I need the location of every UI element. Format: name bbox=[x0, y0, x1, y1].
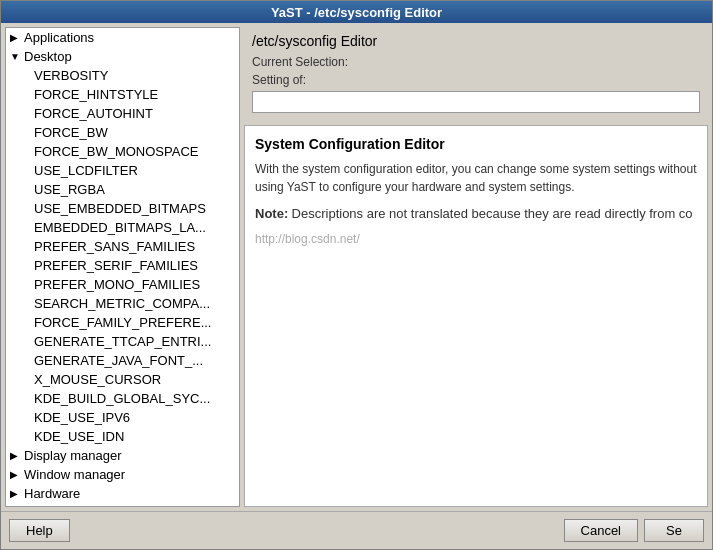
tree-label: FORCE_BW bbox=[34, 125, 108, 140]
tree-item-prefer-mono[interactable]: PREFER_MONO_FAMILIES bbox=[6, 275, 239, 294]
tree-label: Display manager bbox=[24, 448, 122, 463]
tree-item-desktop[interactable]: ▼ Desktop bbox=[6, 47, 239, 66]
tree-label: PREFER_MONO_FAMILIES bbox=[34, 277, 200, 292]
tree-item-force-family[interactable]: FORCE_FAMILY_PREFERE... bbox=[6, 313, 239, 332]
arrow-icon: ▶ bbox=[10, 450, 20, 461]
tree-item-hardware[interactable]: ▶ Hardware bbox=[6, 484, 239, 503]
info-box-note: Note: Descriptions are not translated be… bbox=[255, 204, 697, 224]
tree-label: USE_LCDFILTER bbox=[34, 163, 138, 178]
tree-label: SEARCH_METRIC_COMPA... bbox=[34, 296, 210, 311]
cancel-button[interactable]: Cancel bbox=[564, 519, 638, 542]
right-panel: /etc/sysconfig Editor Current Selection:… bbox=[244, 27, 708, 507]
setting-of-label: Setting of: bbox=[252, 73, 700, 87]
tree-item-embedded-bitmaps-la[interactable]: EMBEDDED_BITMAPS_LA... bbox=[6, 218, 239, 237]
tree-label: FORCE_BW_MONOSPACE bbox=[34, 144, 198, 159]
tree-item-force-bw-monospace[interactable]: FORCE_BW_MONOSPACE bbox=[6, 142, 239, 161]
tree-label: PREFER_SERIF_FAMILIES bbox=[34, 258, 198, 273]
tree-item-kde-use-ipv6[interactable]: KDE_USE_IPV6 bbox=[6, 408, 239, 427]
help-button[interactable]: Help bbox=[9, 519, 70, 542]
tree-item-applications[interactable]: ▶ Applications bbox=[6, 28, 239, 47]
tree-label: KDE_BUILD_GLOBAL_SYC... bbox=[34, 391, 210, 406]
current-selection-label: Current Selection: bbox=[252, 55, 700, 69]
tree-label: USE_EMBEDDED_BITMAPS bbox=[34, 201, 206, 216]
tree-area[interactable]: ▶ Applications ▼ Desktop VERBOSITY FORCE… bbox=[6, 28, 239, 506]
arrow-icon: ▶ bbox=[10, 32, 20, 43]
tree-item-prefer-sans[interactable]: PREFER_SANS_FAMILIES bbox=[6, 237, 239, 256]
tree-item-prefer-serif[interactable]: PREFER_SERIF_FAMILIES bbox=[6, 256, 239, 275]
tree-label: GENERATE_TTCAP_ENTRI... bbox=[34, 334, 211, 349]
tree-label: Window manager bbox=[24, 467, 125, 482]
info-box-url: http://blog.csdn.net/ bbox=[255, 232, 697, 246]
tree-item-display-manager[interactable]: ▶ Display manager bbox=[6, 446, 239, 465]
tree-item-window-manager[interactable]: ▶ Window manager bbox=[6, 465, 239, 484]
save-button[interactable]: Se bbox=[644, 519, 704, 542]
tree-item-use-embedded-bitmaps[interactable]: USE_EMBEDDED_BITMAPS bbox=[6, 199, 239, 218]
section-title: /etc/sysconfig Editor bbox=[252, 33, 700, 49]
tree-item-generate-java-font[interactable]: GENERATE_JAVA_FONT_... bbox=[6, 351, 239, 370]
note-text: Descriptions are not translated because … bbox=[292, 206, 693, 221]
tree-item-kde-build-global[interactable]: KDE_BUILD_GLOBAL_SYC... bbox=[6, 389, 239, 408]
tree-item-network[interactable]: ▶ Network bbox=[6, 503, 239, 506]
title-bar: YaST - /etc/sysconfig Editor bbox=[1, 1, 712, 23]
tree-label: Network bbox=[24, 505, 72, 506]
tree-label: FORCE_HINTSTYLE bbox=[34, 87, 158, 102]
arrow-icon: ▼ bbox=[10, 51, 20, 62]
bottom-bar: Help Cancel Se bbox=[1, 511, 712, 549]
tree-label: KDE_USE_IDN bbox=[34, 429, 124, 444]
arrow-icon: ▶ bbox=[10, 488, 20, 499]
tree-label: KDE_USE_IPV6 bbox=[34, 410, 130, 425]
tree-label: Hardware bbox=[24, 486, 80, 501]
info-box: System Configuration Editor With the sys… bbox=[244, 125, 708, 507]
right-buttons: Cancel Se bbox=[564, 519, 704, 542]
arrow-icon: ▶ bbox=[10, 469, 20, 480]
tree-item-use-rgba[interactable]: USE_RGBA bbox=[6, 180, 239, 199]
content-area: ▶ Applications ▼ Desktop VERBOSITY FORCE… bbox=[1, 23, 712, 511]
info-box-title: System Configuration Editor bbox=[255, 136, 697, 152]
info-box-text: With the system configuration editor, yo… bbox=[255, 160, 697, 196]
left-panel: ▶ Applications ▼ Desktop VERBOSITY FORCE… bbox=[5, 27, 240, 507]
setting-input[interactable] bbox=[252, 91, 700, 113]
right-top: /etc/sysconfig Editor Current Selection:… bbox=[244, 27, 708, 125]
tree-item-search-metric[interactable]: SEARCH_METRIC_COMPA... bbox=[6, 294, 239, 313]
main-window: YaST - /etc/sysconfig Editor ▶ Applicati… bbox=[0, 0, 713, 550]
window-title: YaST - /etc/sysconfig Editor bbox=[271, 5, 442, 20]
tree-label: USE_RGBA bbox=[34, 182, 105, 197]
tree-label: GENERATE_JAVA_FONT_... bbox=[34, 353, 203, 368]
tree-label: PREFER_SANS_FAMILIES bbox=[34, 239, 195, 254]
tree-label: X_MOUSE_CURSOR bbox=[34, 372, 161, 387]
tree-label: FORCE_FAMILY_PREFERE... bbox=[34, 315, 211, 330]
tree-label: Applications bbox=[24, 30, 94, 45]
tree-item-kde-use-idn[interactable]: KDE_USE_IDN bbox=[6, 427, 239, 446]
tree-item-generate-ttcap[interactable]: GENERATE_TTCAP_ENTRI... bbox=[6, 332, 239, 351]
tree-label: Desktop bbox=[24, 49, 72, 64]
tree-label: FORCE_AUTOHINT bbox=[34, 106, 153, 121]
note-label: Note: bbox=[255, 206, 288, 221]
tree-item-verbosity[interactable]: VERBOSITY bbox=[6, 66, 239, 85]
tree-label: EMBEDDED_BITMAPS_LA... bbox=[34, 220, 206, 235]
tree-item-use-lcdfilter[interactable]: USE_LCDFILTER bbox=[6, 161, 239, 180]
tree-item-force-hintstyle[interactable]: FORCE_HINTSTYLE bbox=[6, 85, 239, 104]
tree-item-force-autohint[interactable]: FORCE_AUTOHINT bbox=[6, 104, 239, 123]
tree-item-force-bw[interactable]: FORCE_BW bbox=[6, 123, 239, 142]
tree-item-x-mouse-cursor[interactable]: X_MOUSE_CURSOR bbox=[6, 370, 239, 389]
tree-label: VERBOSITY bbox=[34, 68, 108, 83]
